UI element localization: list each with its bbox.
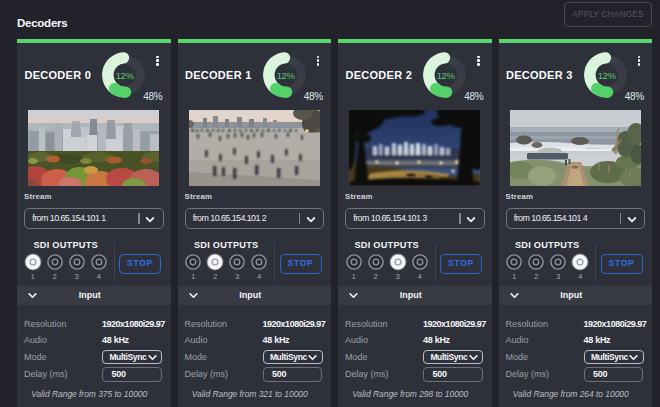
svg-text:12%: 12% — [276, 69, 295, 80]
svg-text:12%: 12% — [597, 69, 616, 80]
svg-text:12%: 12% — [116, 69, 135, 80]
svg-text:12%: 12% — [437, 69, 456, 80]
